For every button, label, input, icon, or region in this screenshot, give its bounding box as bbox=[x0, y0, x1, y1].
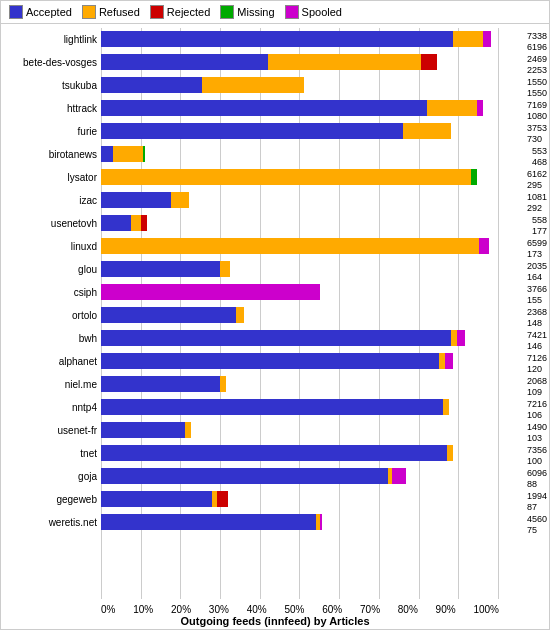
bar-segment-spooled bbox=[392, 468, 406, 484]
bar-segment-refused bbox=[220, 376, 226, 392]
bar-segment-refused bbox=[220, 261, 230, 277]
bar-row: izac1081292 bbox=[101, 189, 499, 211]
bar-label: tnet bbox=[3, 448, 97, 459]
bar-numbers: 2368148 bbox=[527, 307, 547, 329]
bar-numbers: 3766155 bbox=[527, 284, 547, 306]
bar-row: httrack71691080 bbox=[101, 97, 499, 119]
bar-row: glou2035164 bbox=[101, 258, 499, 280]
bar-row: usenetovh558177 bbox=[101, 212, 499, 234]
bar-numbers: 2035164 bbox=[527, 261, 547, 283]
chart-area: lightlink73386196bete-des-vosges24692253… bbox=[1, 24, 549, 629]
missing-legend-box bbox=[220, 5, 234, 19]
bar-numbers: 1081292 bbox=[527, 192, 547, 214]
bar-segment-refused bbox=[185, 422, 191, 438]
bar-numbers: 553468 bbox=[532, 146, 547, 168]
legend-item-missing: Missing bbox=[220, 5, 274, 19]
bar-label: alphanet bbox=[3, 356, 97, 367]
x-axis-label: 90% bbox=[436, 604, 456, 615]
x-axis: 0%10%20%30%40%50%60%70%80%90%100% bbox=[101, 604, 499, 615]
bar-segment-refused bbox=[443, 399, 449, 415]
bar-label: gegeweb bbox=[3, 494, 97, 505]
refused-legend-box bbox=[82, 5, 96, 19]
bar-track: 71691080 bbox=[101, 100, 499, 116]
bar-numbers: 15501550 bbox=[527, 77, 547, 99]
bar-segment-spooled bbox=[445, 353, 453, 369]
legend-item-accepted: Accepted bbox=[9, 5, 72, 19]
bar-track: 2035164 bbox=[101, 261, 499, 277]
bar-numbers: 7216106 bbox=[527, 399, 547, 421]
bar-label: lysator bbox=[3, 172, 97, 183]
bar-segment-rejected bbox=[421, 54, 437, 70]
bar-label: csiph bbox=[3, 287, 97, 298]
bar-segment-refused bbox=[171, 192, 189, 208]
bar-segment-refused bbox=[101, 238, 479, 254]
bar-segment-accepted bbox=[101, 31, 453, 47]
bar-label: goja bbox=[3, 471, 97, 482]
bar-numbers: 71691080 bbox=[527, 100, 547, 122]
bar-row: ortolo2368148 bbox=[101, 304, 499, 326]
bar-row: tsukuba15501550 bbox=[101, 74, 499, 96]
bar-segment-accepted bbox=[101, 353, 439, 369]
bar-numbers: 1490103 bbox=[527, 422, 547, 444]
bar-numbers: 73386196 bbox=[527, 31, 547, 53]
bar-segment-refused bbox=[268, 54, 421, 70]
bar-segment-missing bbox=[143, 146, 145, 162]
bar-segment-refused bbox=[101, 169, 471, 185]
bar-segment-spooled bbox=[101, 284, 320, 300]
refused-legend-label: Refused bbox=[99, 6, 140, 18]
x-axis-label: 0% bbox=[101, 604, 115, 615]
bar-track: 24692253 bbox=[101, 54, 499, 70]
bar-numbers: 6162295 bbox=[527, 169, 547, 191]
bar-row: furie3753730 bbox=[101, 120, 499, 142]
bar-track: 7126120 bbox=[101, 353, 499, 369]
bar-numbers: 558177 bbox=[532, 215, 547, 237]
bar-row: lysator6162295 bbox=[101, 166, 499, 188]
bar-segment-accepted bbox=[101, 330, 451, 346]
bar-row: goja609688 bbox=[101, 465, 499, 487]
bar-track: 3753730 bbox=[101, 123, 499, 139]
bar-label: niel.me bbox=[3, 379, 97, 390]
bar-segment-accepted bbox=[101, 491, 212, 507]
accepted-legend-label: Accepted bbox=[26, 6, 72, 18]
bar-track: 73386196 bbox=[101, 31, 499, 47]
bar-track: 1490103 bbox=[101, 422, 499, 438]
bar-numbers: 7126120 bbox=[527, 353, 547, 375]
bar-label: weretis.net bbox=[3, 517, 97, 528]
bar-numbers: 609688 bbox=[527, 468, 547, 490]
bar-segment-accepted bbox=[101, 399, 443, 415]
bar-segment-refused bbox=[403, 123, 451, 139]
bar-segment-spooled bbox=[457, 330, 465, 346]
bar-row: niel.me2068109 bbox=[101, 373, 499, 395]
bar-label: usenetovh bbox=[3, 218, 97, 229]
bar-segment-accepted bbox=[101, 445, 447, 461]
bar-segment-rejected bbox=[217, 491, 228, 507]
bar-numbers: 3753730 bbox=[527, 123, 547, 145]
bars-container: lightlink73386196bete-des-vosges24692253… bbox=[101, 28, 499, 599]
bar-segment-accepted bbox=[101, 376, 220, 392]
bar-segment-accepted bbox=[101, 215, 131, 231]
bar-label: lightlink bbox=[3, 34, 97, 45]
chart-container: AcceptedRefusedRejectedMissingSpooled li… bbox=[0, 0, 550, 630]
bar-segment-accepted bbox=[101, 307, 236, 323]
bar-track: 2068109 bbox=[101, 376, 499, 392]
legend-item-rejected: Rejected bbox=[150, 5, 210, 19]
bar-track: 7216106 bbox=[101, 399, 499, 415]
bar-segment-accepted bbox=[101, 146, 113, 162]
bar-row: bete-des-vosges24692253 bbox=[101, 51, 499, 73]
x-axis-label: 20% bbox=[171, 604, 191, 615]
bar-track: 6599173 bbox=[101, 238, 499, 254]
x-axis-title: Outgoing feeds (innfeed) by Articles bbox=[1, 615, 549, 627]
bar-label: bete-des-vosges bbox=[3, 57, 97, 68]
bar-segment-refused bbox=[447, 445, 453, 461]
legend-item-refused: Refused bbox=[82, 5, 140, 19]
bar-row: weretis.net456075 bbox=[101, 511, 499, 533]
bar-segment-spooled bbox=[477, 100, 483, 116]
bar-segment-refused bbox=[113, 146, 143, 162]
bar-track: 2368148 bbox=[101, 307, 499, 323]
x-axis-label: 40% bbox=[247, 604, 267, 615]
bar-label: httrack bbox=[3, 103, 97, 114]
bar-segment-spooled bbox=[483, 31, 491, 47]
x-axis-label: 50% bbox=[284, 604, 304, 615]
bar-segment-accepted bbox=[101, 192, 171, 208]
x-axis-label: 10% bbox=[133, 604, 153, 615]
